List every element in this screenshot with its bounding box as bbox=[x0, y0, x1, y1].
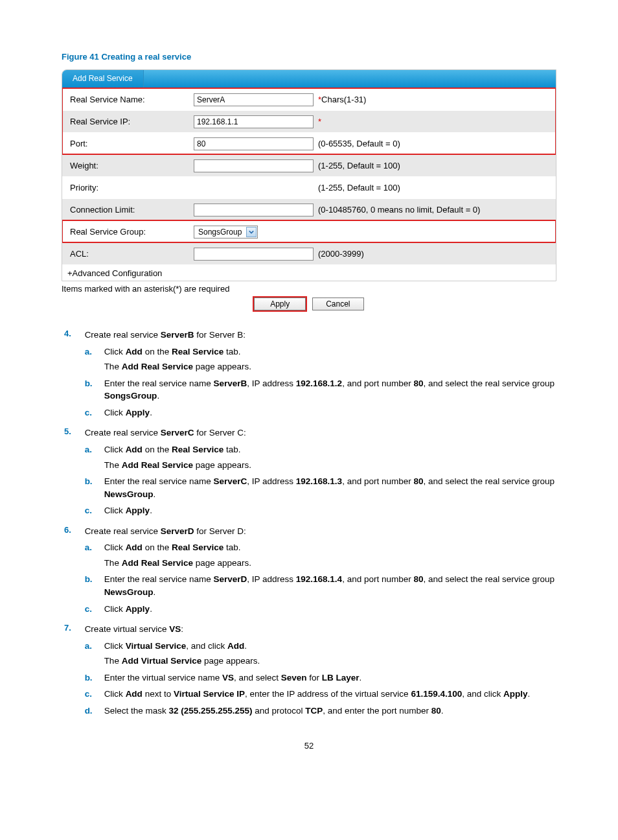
t: Add Real Service bbox=[122, 558, 193, 568]
label-port: Port: bbox=[67, 139, 194, 148]
t: Create real service bbox=[85, 428, 161, 438]
t: , and port number bbox=[342, 476, 413, 486]
label-ip: Real Service IP: bbox=[67, 117, 194, 126]
t: Add Real Service bbox=[122, 362, 193, 371]
t: Click bbox=[104, 408, 126, 417]
figure-caption: Figure 41 Creating a real service bbox=[62, 52, 556, 62]
t: Add bbox=[126, 542, 143, 552]
t: tab. bbox=[223, 347, 240, 356]
m: b. bbox=[85, 475, 93, 488]
step-6-num: 6. bbox=[64, 525, 82, 535]
t: SongsGroup bbox=[104, 391, 157, 401]
step-7b: b. Enter the virtual service name VS, an… bbox=[85, 671, 556, 684]
step-6c: c. Click Apply. bbox=[85, 603, 556, 616]
input-connection-limit[interactable] bbox=[194, 204, 314, 216]
t: Virtual Service IP bbox=[174, 689, 245, 699]
row-port: Port: (0-65535, Default = 0) bbox=[62, 132, 556, 154]
t: on the bbox=[143, 347, 172, 356]
t: ServerB bbox=[213, 379, 247, 388]
t: LB Layer bbox=[322, 673, 360, 682]
hint-weight: (1-255, Default = 100) bbox=[317, 161, 551, 170]
apply-button[interactable]: Apply bbox=[254, 298, 306, 310]
t: Add bbox=[126, 689, 143, 699]
input-port[interactable] bbox=[194, 137, 314, 150]
m: c. bbox=[85, 406, 92, 419]
row-name: Real Service Name: *Chars(1-31) bbox=[62, 88, 556, 110]
t: , and port number bbox=[342, 574, 413, 584]
t: Enter the virtual service name bbox=[104, 673, 222, 682]
highlighted-group-bottom: Real Service Group: SongsGroup bbox=[62, 220, 556, 242]
t: 32 (255.255.255.255) bbox=[168, 706, 252, 716]
step-6: 6. Create real service ServerD for Serve… bbox=[64, 525, 556, 619]
step-6b: b. Enter the real service name ServerD, … bbox=[85, 573, 556, 598]
t: . bbox=[441, 706, 444, 716]
row-ip: Real Service IP: * bbox=[62, 110, 556, 132]
t: . bbox=[150, 604, 152, 614]
step-7-num: 7. bbox=[64, 623, 82, 633]
t: , and enter the port number bbox=[323, 706, 431, 716]
step-6a: a. Click Add on the Real Service tab. Th… bbox=[85, 541, 556, 569]
t: page appears. bbox=[193, 558, 251, 568]
cancel-button[interactable]: Cancel bbox=[312, 298, 364, 310]
hint-name-text: Chars(1-31) bbox=[321, 95, 366, 104]
label-connlimit: Connection Limit: bbox=[67, 205, 194, 215]
input-weight[interactable] bbox=[194, 159, 314, 172]
t: VS bbox=[169, 624, 181, 634]
m: b. bbox=[85, 377, 93, 390]
t: page appears. bbox=[201, 656, 260, 666]
t: The bbox=[104, 656, 122, 666]
t: Click bbox=[104, 347, 126, 356]
tab-add-real-service[interactable]: Add Real Service bbox=[62, 70, 144, 88]
step-4: 4. Create real service ServerB for Serve… bbox=[64, 329, 556, 423]
step-4b: b. Enter the real service name ServerB, … bbox=[85, 377, 556, 402]
t: for Server C: bbox=[194, 428, 246, 438]
input-real-service-ip[interactable] bbox=[194, 115, 314, 128]
t: for Server D: bbox=[194, 526, 246, 536]
t: 80 bbox=[413, 574, 423, 584]
t: 61.159.4.100 bbox=[411, 689, 462, 699]
t: and protocol bbox=[253, 706, 306, 716]
t: , and port number bbox=[342, 379, 413, 388]
t: Click bbox=[104, 542, 126, 552]
row-acl: ACL: (2000-3999) bbox=[62, 242, 556, 264]
step-7d: d. Select the mask 32 (255.255.255.255) … bbox=[85, 705, 556, 718]
t: for Server B: bbox=[194, 330, 246, 340]
label-acl: ACL: bbox=[67, 249, 194, 259]
t: , and select the real service group bbox=[424, 476, 555, 486]
t: . bbox=[528, 689, 531, 699]
t: 80 bbox=[413, 476, 423, 486]
t: Click bbox=[104, 604, 126, 614]
step-5a: a. Click Add on the Real Service tab. Th… bbox=[85, 443, 556, 471]
t: , IP address bbox=[247, 476, 296, 486]
t: Add bbox=[126, 347, 143, 356]
t: . bbox=[150, 408, 152, 417]
t: ServerB bbox=[161, 330, 194, 340]
step-4c: c. Click Apply. bbox=[85, 406, 556, 419]
row-group: Real Service Group: SongsGroup bbox=[62, 220, 556, 242]
t: , and select the real service group bbox=[424, 574, 555, 584]
input-acl[interactable] bbox=[194, 248, 314, 261]
t: Enter the real service name bbox=[104, 379, 214, 388]
t: NewsGroup bbox=[104, 587, 154, 597]
t: Add bbox=[126, 445, 143, 454]
t: page appears. bbox=[193, 362, 251, 371]
t: VS bbox=[222, 673, 234, 682]
advanced-config-toggle[interactable]: +Advanced Configuration bbox=[62, 264, 556, 281]
required-footnote: Items marked with an asterisk(*) are req… bbox=[62, 284, 556, 294]
t: Create virtual service bbox=[85, 624, 170, 634]
m: a. bbox=[85, 640, 92, 653]
t: . bbox=[157, 391, 159, 401]
select-real-service-group[interactable]: SongsGroup bbox=[194, 226, 258, 239]
t: on the bbox=[143, 542, 172, 552]
t: ServerD bbox=[213, 574, 247, 584]
m: d. bbox=[85, 705, 93, 718]
t: . bbox=[244, 641, 247, 651]
t: 192.168.1.4 bbox=[296, 574, 342, 584]
t: 80 bbox=[431, 706, 441, 716]
input-real-service-name[interactable] bbox=[194, 93, 314, 106]
t: The bbox=[104, 558, 122, 568]
t: Enter the real service name bbox=[104, 574, 214, 584]
t: , and select bbox=[234, 673, 281, 682]
label-weight: Weight: bbox=[67, 161, 194, 170]
hint-priority: (1-255, Default = 100) bbox=[317, 183, 551, 192]
